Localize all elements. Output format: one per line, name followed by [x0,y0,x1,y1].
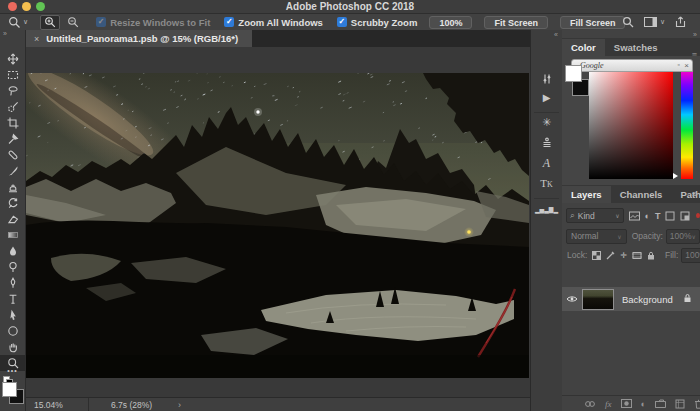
blend-mode-row: Normal ∨ Opacity: 100% ∨ [562,227,700,245]
filter-smart-objects-icon[interactable] [680,211,690,221]
new-adjustment-layer-icon[interactable]: ◐ [641,399,646,409]
add-mask-icon[interactable] [621,399,632,408]
document-tab-bar: × Untitled_Panorama1.psb @ 15% (RGB/16*) [26,30,530,47]
lock-paint-icon[interactable] [606,251,615,260]
filter-shape-layers-icon[interactable] [665,211,675,221]
minimize-icon[interactable]: ▫ [678,61,680,68]
close-icon[interactable]: × [684,61,689,70]
status-menu-chevron[interactable]: › [178,400,181,410]
google-floating-window[interactable]: Google ▫ × [571,59,693,72]
marquee-tool[interactable] [0,67,25,83]
search-icon: ⌕ [570,210,575,221]
histogram-panel-icon[interactable]: ▂▅▃▇▂ [531,206,562,213]
panorama-image[interactable] [26,73,529,378]
lock-position-icon[interactable]: ✛ [620,251,627,260]
dodge-tool[interactable] [0,259,25,275]
search-icon[interactable] [622,16,634,28]
lasso-tool[interactable] [0,83,25,99]
collapse-panels-icon[interactable]: » [693,31,696,38]
delete-layer-icon[interactable] [694,399,700,409]
gradient-tool[interactable] [0,227,25,243]
fit-screen-button[interactable]: Fit Screen [484,16,548,29]
foreground-background-swatches[interactable] [2,382,24,408]
new-group-icon[interactable] [655,399,666,408]
status-zoom-field[interactable]: 15.04% [26,398,89,411]
tools-panel: » ••• [0,30,26,411]
filter-pixel-layers-icon[interactable] [629,211,640,221]
healing-brush-tool[interactable] [0,147,25,163]
eyedropper-tool[interactable] [0,131,25,147]
clone-stamp-tool[interactable] [0,179,25,195]
type-tool[interactable] [0,291,25,307]
close-tab-icon[interactable]: × [34,34,39,44]
google-window-title: Google [580,61,604,70]
zoom-100-button[interactable]: 100% [429,16,472,29]
toolbar-expand-icon[interactable]: » [3,30,6,37]
crop-tool[interactable] [0,115,25,131]
filter-kind-dropdown[interactable]: ⌕ Kind ∨ [566,208,624,223]
glyphs-panel-icon[interactable]: A [531,156,562,171]
hue-slider[interactable] [681,70,693,179]
workspace-switcher[interactable]: ∨ [644,17,665,27]
zoom-in-button[interactable] [40,15,60,30]
distant-light [467,230,471,234]
zoom-all-windows-checkbox[interactable]: ✓ Zoom All Windows [224,17,323,28]
lock-transparency-icon[interactable] [592,251,601,260]
actions-panel-icon[interactable]: ▶ [531,92,562,103]
pen-tool[interactable] [0,275,25,291]
link-layers-icon[interactable] [584,400,596,408]
zoom-out-icon [67,16,79,28]
zoom-tool-preset[interactable]: ∨ [8,16,28,29]
shape-tool[interactable] [0,323,25,339]
edit-toolbar-button[interactable]: ••• [0,367,25,374]
layer-row-background[interactable]: Background [562,287,700,311]
panel-menu-icon[interactable]: ≡ [692,189,697,199]
lock-row: Lock: ✛ Fill: 100% ∨ [562,247,700,263]
hue-slider-pointer[interactable] [673,173,678,179]
layer-style-icon[interactable]: fx [605,399,612,409]
foreground-color-swatch[interactable] [2,382,17,397]
layers-panel-tabs: Layers Channels Paths ≡ [562,185,700,203]
brush-settings-panel-icon[interactable] [531,73,562,87]
layer-lock-icon [683,293,692,305]
eraser-tool[interactable] [0,211,25,227]
layers-panel-footer: fx ◐ [562,395,700,411]
filter-adjustment-layers-icon[interactable]: ◐ [645,211,650,221]
canvas-pasteboard[interactable] [26,47,530,397]
filter-toggle-icon[interactable] [696,213,700,218]
history-brush-tool[interactable] [0,195,25,211]
new-layer-icon[interactable] [675,399,685,409]
foreground-color-swatch[interactable] [565,65,582,82]
path-selection-tool[interactable] [0,307,25,323]
layer-thumbnail[interactable] [582,289,614,310]
layer-visibility-toggle[interactable] [562,295,582,303]
color-panel-tabs: Color Swatches ≡ [562,38,700,56]
tab-color[interactable]: Color [562,39,605,56]
tab-layers[interactable]: Layers [562,186,611,203]
opacity-value[interactable]: 100% ∨ [666,229,700,244]
collapse-dock-icon[interactable]: « [554,31,557,38]
lock-all-icon[interactable] [647,251,655,260]
tab-swatches[interactable]: Swatches [605,39,667,56]
document-tab[interactable]: × Untitled_Panorama1.psb @ 15% (RGB/16*) [26,30,252,47]
filter-type-layers-icon[interactable]: T [655,211,661,221]
fill-value[interactable]: 100% ∨ [681,248,700,263]
quick-selection-tool[interactable] [0,99,25,115]
fill-screen-button[interactable]: Fill Screen [560,16,626,29]
move-tool[interactable] [0,51,25,67]
properties-panel-icon[interactable] [531,137,562,151]
hand-tool[interactable] [0,339,25,355]
blur-tool[interactable] [0,243,25,259]
zoom-out-button[interactable] [64,16,82,29]
saturation-brightness-field[interactable] [589,70,673,179]
tab-channels[interactable]: Channels [611,186,672,203]
tk-panel-icon[interactable]: TK [531,177,562,189]
adjustments-panel-icon[interactable]: ✳ [531,116,562,129]
lock-artboard-icon[interactable] [632,251,642,260]
resize-windows-checkbox[interactable]: ✓ Resize Windows to Fit [96,17,210,28]
blend-mode-dropdown[interactable]: Normal ∨ [566,229,627,244]
share-icon[interactable] [675,16,686,28]
scrubby-zoom-checkbox[interactable]: ✓ Scrubby Zoom [337,17,418,28]
magnifier-icon [8,16,21,29]
brush-tool[interactable] [0,163,25,179]
